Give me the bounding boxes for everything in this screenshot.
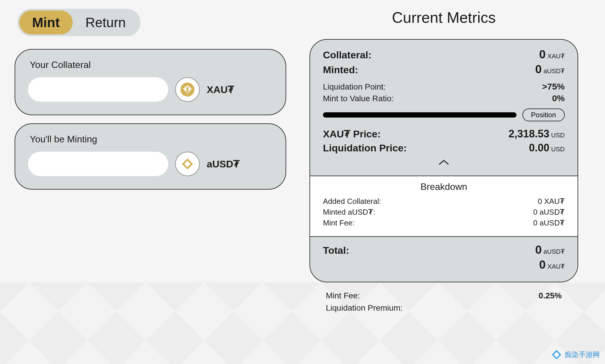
- minting-card: You'll be Minting aUSD₮: [15, 123, 286, 190]
- watermark: 痴染手游网: [551, 349, 600, 360]
- breakdown-value: 0 XAU₮: [538, 197, 565, 206]
- liq-premium-label: Liquidation Premium:: [326, 303, 403, 313]
- breakdown-label: Minted aUSD₮:: [323, 208, 375, 217]
- breakdown-label: Added Collateral:: [323, 197, 381, 206]
- breakdown-heading: Breakdown: [323, 181, 565, 192]
- position-button[interactable]: Position: [522, 108, 565, 121]
- total-ausdt: 0aUSD₮: [535, 243, 565, 256]
- minting-title: You'll be Minting: [30, 134, 273, 145]
- mtv-value: 0%: [552, 93, 565, 103]
- svg-rect-1: [187, 87, 188, 93]
- xaut-price-label: XAU₮ Price:: [323, 128, 381, 140]
- collateral-label: Collateral:: [323, 49, 371, 61]
- position-progress-bar: [323, 112, 517, 118]
- tab-return[interactable]: Return: [73, 10, 139, 34]
- liq-point-value: >75%: [542, 82, 565, 92]
- collateral-token-label: XAU₮: [207, 84, 234, 95]
- mtv-label: Mint to Value Ratio:: [323, 94, 394, 103]
- chevron-up-icon: [438, 159, 450, 166]
- breakdown-row: Mint Fee: 0 aUSD₮: [323, 218, 565, 228]
- collateral-title: Your Collateral: [30, 60, 273, 70]
- xaut-token-icon: [175, 77, 200, 102]
- collateral-input[interactable]: [28, 77, 168, 102]
- collateral-value: 0XAU₮: [539, 48, 565, 61]
- metrics-card: Collateral: 0XAU₮ Minted: 0aUSD₮ Liquida…: [310, 39, 578, 282]
- collateral-card: Your Collateral XAU₮: [15, 49, 286, 115]
- ausdt-token-icon: [175, 152, 200, 176]
- minting-token-label: aUSD₮: [207, 158, 240, 170]
- metrics-heading: Current Metrics: [310, 9, 578, 26]
- minted-value: 0aUSD₮: [535, 63, 565, 76]
- total-label: Total:: [323, 245, 349, 256]
- mint-return-toggle: Mint Return: [18, 9, 140, 36]
- breakdown-section: Breakdown Added Collateral: 0 XAU₮ Minte…: [310, 176, 578, 237]
- fees-section: Mint Fee: 0.25% Liquidation Premium:: [310, 282, 578, 313]
- mint-fee-label: Mint Fee:: [326, 291, 360, 300]
- liq-price-value: 0.00USD: [529, 142, 565, 154]
- watermark-text: 痴染手游网: [565, 350, 600, 359]
- minting-input[interactable]: [28, 152, 168, 176]
- xaut-price-value: 2,318.53USD: [508, 128, 565, 140]
- liq-price-label: Liquidation Price:: [323, 142, 407, 154]
- watermark-icon: [551, 349, 562, 360]
- liq-point-label: Liquidation Point:: [323, 82, 386, 92]
- minted-label: Minted:: [323, 64, 358, 76]
- breakdown-label: Mint Fee:: [323, 218, 354, 228]
- breakdown-row: Added Collateral: 0 XAU₮: [323, 197, 565, 206]
- totals-section: Total: 0aUSD₮ 0XAU₮: [310, 237, 578, 282]
- mint-fee-value: 0.25%: [539, 291, 562, 300]
- tab-mint[interactable]: Mint: [19, 10, 73, 34]
- total-xaut: 0XAU₮: [539, 258, 565, 271]
- breakdown-value: 0 aUSD₮: [533, 218, 565, 228]
- collapse-toggle[interactable]: [323, 156, 565, 167]
- breakdown-value: 0 aUSD₮: [533, 208, 565, 217]
- breakdown-row: Minted aUSD₮: 0 aUSD₮: [323, 208, 565, 217]
